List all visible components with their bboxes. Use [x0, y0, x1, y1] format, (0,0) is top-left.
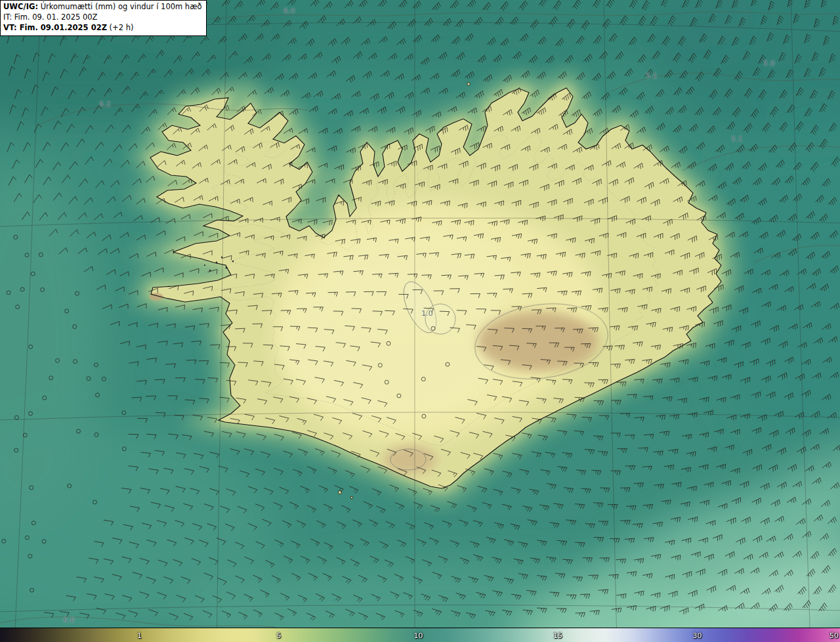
colorbar-tick-5: 5: [276, 631, 281, 639]
page-title: Úrkomumætti (mm) og vindur í 100m hæð: [38, 2, 202, 11]
valid-offset: (+2 h): [107, 23, 134, 32]
map-canvas: [0, 0, 840, 642]
colorbar-tick-50: 50: [830, 631, 839, 639]
dry-patch-vatnajokull: [478, 311, 598, 372]
map-title-box: UWC/IG: Úrkomumætti (mm) og vindur í 100…: [0, 0, 207, 36]
valid-time: VT: Fim. 09.01.2025 02Z: [3, 23, 107, 32]
product-id: UWC/IG:: [3, 2, 38, 11]
colorbar-tick-10: 10: [413, 631, 423, 639]
weather-map-app: 6.06.25.05.15.11.06.8 UWC/IG: Úrkomumætt…: [0, 0, 840, 642]
colorbar-tick-1: 1: [137, 631, 142, 639]
init-time-line: IT: Fim. 09. 01. 2025 00Z: [3, 12, 202, 23]
dry-patch-myrdalsjokull: [384, 445, 436, 474]
colorbar-tick-15: 15: [553, 631, 562, 639]
colorbar: 1510153050: [0, 628, 840, 642]
valid-time-line: VT: Fim. 09.01.2025 02Z (+2 h): [3, 23, 202, 33]
product-title-line: UWC/IG: Úrkomumætti (mm) og vindur í 100…: [3, 2, 202, 12]
colorbar-tick-30: 30: [692, 631, 702, 639]
